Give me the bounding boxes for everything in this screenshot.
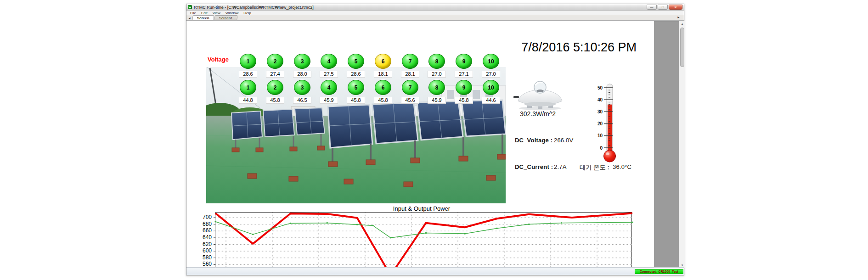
- lamp-number: 2: [267, 84, 283, 91]
- indicator: 827.0: [427, 54, 447, 78]
- indicator: 1027.0: [481, 54, 501, 78]
- svg-text:10: 10: [597, 133, 603, 138]
- lamp-value: 27.5: [320, 71, 338, 78]
- lamp-value: 27.4: [266, 71, 284, 78]
- thermometer-gauge: 01020304050: [594, 81, 622, 167]
- y-axis-tick: 560: [186, 261, 212, 267]
- dc-voltage-label: DC_Voltage :: [515, 137, 552, 144]
- tab-scroll-left-icon[interactable]: ◄: [188, 17, 191, 20]
- temperature-lamp-2: 2: [267, 80, 283, 95]
- canvas-overflow-area: [654, 21, 679, 268]
- tab-screen[interactable]: Screen: [192, 15, 214, 20]
- connection-status-badge: Connected: CR1000_Test: [635, 269, 683, 274]
- lamp-number: 1: [240, 84, 256, 91]
- voltage-lamp-6: 6: [375, 54, 391, 69]
- indicator: 1044.6: [481, 80, 501, 104]
- lamp-number: 8: [429, 84, 445, 91]
- voltage-lamp-5: 5: [348, 54, 364, 69]
- close-button[interactable]: ✕: [669, 5, 682, 10]
- lamp-number: 3: [294, 58, 310, 65]
- statusbar: Connected: CR1000_Test: [186, 267, 684, 275]
- menu-item-edit[interactable]: Edit: [201, 11, 208, 15]
- lamp-value: 28.6: [347, 71, 365, 78]
- temperature-lamp-5: 5: [348, 80, 364, 95]
- lamp-value: 18.1: [374, 71, 392, 78]
- indicator: 618.1: [373, 54, 393, 78]
- lamp-value: 45.8: [266, 97, 284, 104]
- indicator: 645.8: [373, 80, 393, 104]
- temperature-lamp-10: 10: [483, 80, 499, 95]
- dc-current-label: DC_Current :: [515, 163, 553, 170]
- lamp-number: 3: [294, 84, 310, 91]
- window-title: RTMC Run-time - [C:₩Campbellsci₩RTMC₩new…: [194, 5, 314, 10]
- lamp-number: 4: [321, 58, 337, 65]
- voltage-lamp-7: 7: [402, 54, 418, 69]
- indicator: 728.1: [400, 54, 420, 78]
- indicator: 245.8: [265, 80, 285, 104]
- lamp-number: 2: [267, 58, 283, 65]
- temperature-lamp-9: 9: [456, 80, 472, 95]
- voltage-lamp-9: 9: [456, 54, 472, 69]
- y-axis-tick: 640: [186, 234, 212, 241]
- menu-item-view[interactable]: View: [213, 11, 220, 15]
- lamp-value: 28.6: [239, 71, 257, 78]
- indicator: 927.1: [454, 54, 474, 78]
- minimize-button[interactable]: —: [647, 5, 657, 10]
- y-axis-tick: 580: [186, 254, 212, 261]
- lamp-number: 6: [375, 58, 391, 65]
- voltage-row-label: Voltage: [208, 56, 229, 63]
- lamp-number: 9: [456, 84, 472, 91]
- lamp-value: 46.5: [293, 97, 311, 104]
- indicator: 346.5: [292, 80, 312, 104]
- lamp-number: 4: [321, 84, 337, 91]
- menu-item-window[interactable]: Window: [225, 11, 238, 15]
- lamp-value: 45.8: [455, 97, 473, 104]
- lamp-value: 28.0: [293, 71, 311, 78]
- tab-screen1[interactable]: Screen1: [214, 15, 237, 20]
- y-axis-tick: 660: [186, 227, 212, 234]
- scroll-up-icon[interactable]: ▲: [679, 21, 685, 27]
- lamp-number: 5: [348, 58, 364, 65]
- air-temp-value: 36.0°C: [613, 163, 631, 170]
- temperature-lamp-8: 8: [428, 80, 445, 95]
- y-axis-tick: 620: [186, 241, 212, 247]
- lamp-number: 7: [402, 58, 418, 65]
- indicator: 427.5: [319, 54, 339, 78]
- solar-radiation-value: 302.3W/m^2: [508, 110, 568, 118]
- svg-text:40: 40: [597, 97, 603, 102]
- screen-content: 7/8/2016 5:10:26 PM Voltage Temperature: [186, 21, 685, 268]
- pyranometer-image: [513, 79, 565, 113]
- lamp-number: 10: [483, 58, 499, 65]
- lamp-number: 10: [483, 84, 499, 91]
- maximize-button[interactable]: □: [658, 5, 668, 10]
- menu-item-help[interactable]: Help: [243, 11, 251, 15]
- temperature-lamp-1: 1: [240, 80, 256, 95]
- indicator: 545.8: [346, 80, 366, 104]
- svg-text:50: 50: [597, 85, 603, 90]
- scrollbar-thumb[interactable]: [680, 28, 684, 67]
- voltage-lamp-10: 10: [483, 54, 499, 69]
- y-axis-tick: 600: [186, 247, 212, 254]
- indicator: 328.0: [292, 54, 312, 78]
- lamp-number: 5: [348, 84, 364, 91]
- air-temp-label: 대기 온도 :: [580, 163, 609, 172]
- lamp-value: 44.6: [482, 97, 500, 104]
- vertical-scrollbar[interactable]: ▲ ▼: [679, 21, 685, 268]
- datetime-display: 7/8/2016 5:10:26 PM: [503, 40, 637, 55]
- lamp-value: 44.8: [239, 97, 257, 104]
- indicator: 445.9: [319, 80, 339, 104]
- titlebar[interactable]: RTMC Run-time - [C:₩Campbellsci₩RTMC₩new…: [186, 4, 684, 11]
- lamp-number: 8: [429, 58, 445, 65]
- lamp-value: 28.1: [401, 71, 419, 78]
- lamp-number: 7: [402, 84, 418, 91]
- voltage-lamp-2: 2: [267, 54, 283, 69]
- indicator: 128.6: [238, 54, 258, 78]
- temperature-lamp-3: 3: [294, 80, 310, 95]
- menu-item-file[interactable]: File: [190, 11, 196, 15]
- temperature-lamp-6: 6: [375, 80, 391, 95]
- lamp-value: 45.9: [320, 97, 338, 104]
- indicator: 144.8: [238, 80, 258, 104]
- lamp-value: 27.1: [455, 71, 473, 78]
- svg-text:30: 30: [597, 109, 603, 114]
- tab-scroll-right-icon[interactable]: ►: [677, 16, 680, 19]
